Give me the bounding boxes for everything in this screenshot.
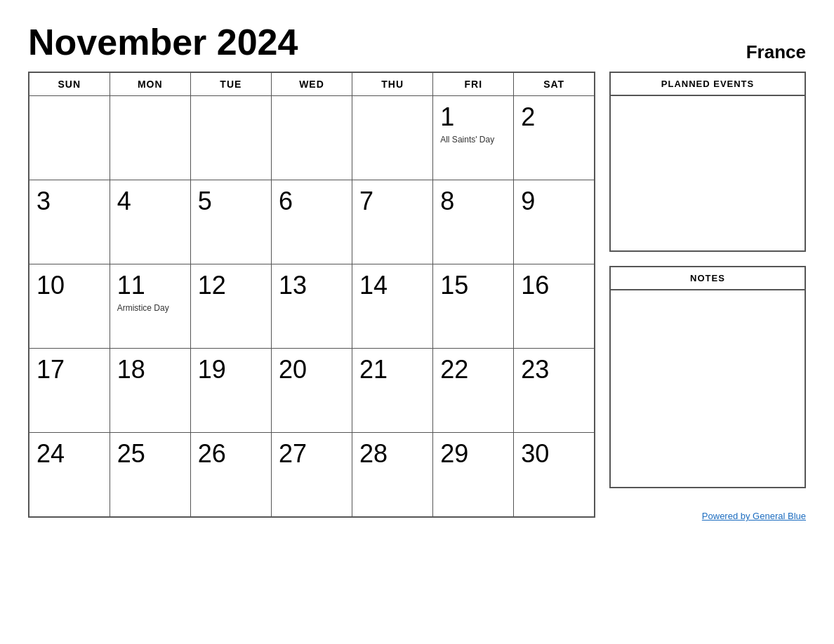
calendar-cell: 3 [29,180,110,264]
weekday-header-mon: MON [110,72,190,96]
day-number: 19 [198,354,264,384]
planned-events-content [611,96,805,250]
day-number: 15 [440,270,506,300]
calendar-week-1: 3456789 [29,180,595,264]
day-number: 18 [117,354,183,384]
day-number: 14 [359,270,425,300]
calendar-cell: 29 [433,433,514,517]
calendar-cell: 30 [514,433,595,517]
planned-events-box: PLANNED EVENTS [609,72,806,252]
calendar-cell: 25 [110,433,190,517]
calendar-cell: 18 [110,349,190,433]
day-number: 28 [359,438,425,469]
day-number: 17 [37,354,102,384]
day-number: 2 [521,102,587,132]
month-title: November 2024 [28,21,298,63]
calendar-cell: 27 [271,433,352,517]
notes-content [611,290,805,487]
calendar-cell: 22 [433,349,514,433]
day-number: 3 [37,186,102,216]
calendar-cell [29,96,110,180]
day-number: 23 [521,354,587,384]
holiday-name: Armistice Day [117,303,183,313]
day-number: 8 [440,186,506,216]
country-title: France [746,41,806,63]
day-number: 25 [117,438,183,469]
calendar-cell: 6 [271,180,352,264]
calendar-week-3: 17181920212223 [29,349,595,433]
calendar-cell: 5 [190,180,271,264]
weekday-header-fri: FRI [433,72,514,96]
day-number: 1 [440,102,506,132]
calendar-cell: 15 [433,264,514,349]
calendar-cell: 23 [514,349,595,433]
day-number: 13 [279,270,345,300]
day-number: 22 [440,354,506,384]
calendar-cell: 7 [352,180,433,264]
weekday-header-tue: TUE [190,72,271,96]
calendar-week-2: 1011Armistice Day1213141516 [29,264,595,349]
page-header: November 2024 France [28,21,806,63]
calendar-cell: 21 [352,349,433,433]
notes-box: NOTES [609,266,806,488]
weekday-header-sat: SAT [514,72,595,96]
weekday-header-wed: WED [271,72,352,96]
main-layout: SUNMONTUEWEDTHUFRISAT 1All Saints' Day23… [28,72,806,522]
holiday-name: All Saints' Day [440,135,506,145]
calendar-week-0: 1All Saints' Day2 [29,96,595,180]
day-number: 24 [37,438,102,469]
calendar-cell: 26 [190,433,271,517]
calendar-cell: 9 [514,180,595,264]
calendar-cell: 24 [29,433,110,517]
planned-events-header: PLANNED EVENTS [611,73,805,96]
calendar-cell: 17 [29,349,110,433]
day-number: 10 [37,270,102,300]
day-number: 11 [117,270,183,300]
day-number: 5 [198,186,264,216]
calendar-cell: 1All Saints' Day [433,96,514,180]
calendar-cell [352,96,433,180]
day-number: 20 [279,354,345,384]
day-number: 29 [440,438,506,469]
day-number: 7 [359,186,425,216]
day-number: 30 [521,438,587,469]
calendar-cell: 19 [190,349,271,433]
calendar-cell [110,96,190,180]
calendar-cell: 4 [110,180,190,264]
day-number: 16 [521,270,587,300]
day-number: 12 [198,270,264,300]
calendar-cell [271,96,352,180]
day-number: 27 [279,438,345,469]
calendar-cell: 13 [271,264,352,349]
weekday-header-sun: SUN [29,72,110,96]
calendar-section: SUNMONTUEWEDTHUFRISAT 1All Saints' Day23… [28,72,595,522]
footer: Powered by General Blue [609,509,806,522]
calendar-cell: 11Armistice Day [110,264,190,349]
calendar-cell: 10 [29,264,110,349]
weekday-header-thu: THU [352,72,433,96]
calendar-cell [190,96,271,180]
day-number: 4 [117,186,183,216]
day-number: 26 [198,438,264,469]
calendar-cell: 20 [271,349,352,433]
notes-header: NOTES [611,267,805,290]
calendar-week-4: 24252627282930 [29,433,595,517]
day-number: 21 [359,354,425,384]
sidebar: PLANNED EVENTS NOTES Powered by General … [609,72,806,522]
powered-by-link[interactable]: Powered by General Blue [702,511,806,521]
calendar-cell: 14 [352,264,433,349]
calendar-cell: 28 [352,433,433,517]
calendar-table: SUNMONTUEWEDTHUFRISAT 1All Saints' Day23… [28,72,595,518]
day-number: 9 [521,186,587,216]
calendar-cell: 8 [433,180,514,264]
calendar-cell: 12 [190,264,271,349]
calendar-cell: 2 [514,96,595,180]
day-number: 6 [279,186,345,216]
calendar-cell: 16 [514,264,595,349]
